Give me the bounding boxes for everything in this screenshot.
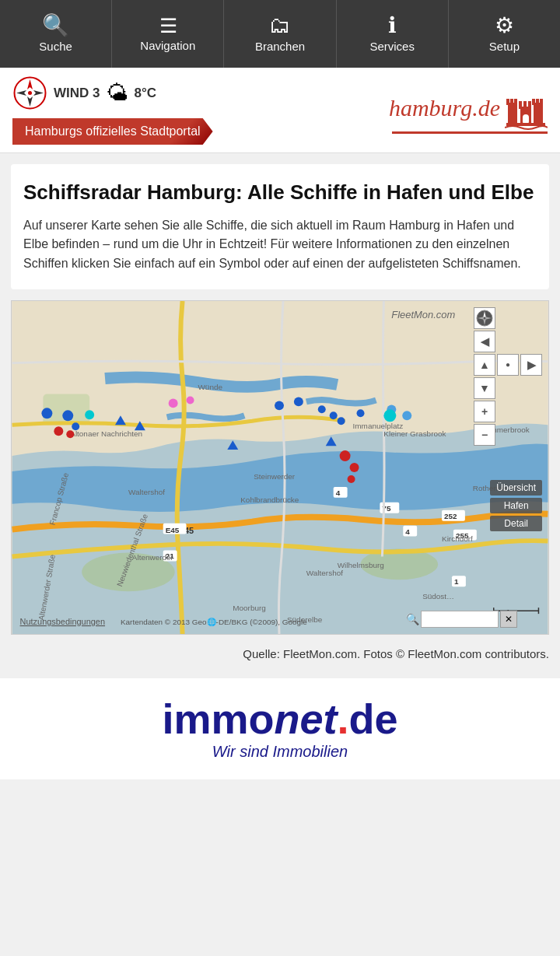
- ad-logo-text-de: de: [349, 695, 398, 742]
- nav-item-navigation[interactable]: ☰ Navigation: [112, 0, 224, 68]
- map-pan-up-btn[interactable]: ▲: [474, 354, 495, 376]
- map-zoom-out-btn[interactable]: −: [474, 424, 495, 446]
- map-search-magnifier-icon: 🔍: [406, 613, 419, 625]
- svg-point-77: [66, 430, 74, 438]
- map-search-bar: 🔍 ✕: [406, 611, 517, 628]
- ad-logo-text-net: net: [274, 695, 337, 742]
- svg-text:Altenwerder: Altenwerder: [132, 553, 174, 562]
- nav-item-suche[interactable]: 🔍 Suche: [0, 0, 112, 68]
- temperature: 8°C: [135, 86, 157, 101]
- map-view-hafen[interactable]: Hafen: [490, 498, 542, 513]
- svg-marker-3: [16, 90, 26, 96]
- map-view-buttons: Übersicht Hafen Detail: [490, 480, 542, 531]
- nav-item-services[interactable]: ℹ Services: [337, 0, 449, 68]
- svg-rect-17: [540, 99, 543, 105]
- svg-text:Nutzungsbedingungen: Nutzungsbedingungen: [20, 617, 105, 626]
- nav-label-branchen: Branchen: [255, 40, 305, 53]
- svg-text:FleetMon.com: FleetMon.com: [391, 309, 455, 320]
- svg-point-80: [350, 463, 359, 472]
- article-body: Auf unserer Karte sehen Sie alle Schiffe…: [23, 216, 537, 274]
- svg-marker-4: [33, 90, 44, 96]
- svg-text:Kohlbrandbrücke: Kohlbrandbrücke: [240, 496, 299, 504]
- svg-point-102: [85, 410, 94, 419]
- info-icon: ℹ: [388, 15, 397, 37]
- svg-marker-2: [27, 96, 33, 107]
- hamburg-logo-section: hamburg.de: [389, 87, 548, 134]
- svg-text:252: 252: [444, 512, 457, 520]
- svg-text:Wilhelmsburg: Wilhelmsburg: [338, 561, 384, 569]
- nav-label-setup: Setup: [489, 40, 520, 53]
- ad-banner[interactable]: immonet.de Wir sind Immobilien: [0, 678, 560, 779]
- ad-logo-dot: .: [337, 695, 348, 742]
- source-label: Quelle: FleetMon.com. Fotos © FleetMon.c…: [243, 647, 549, 660]
- ad-slogan: Wir sind Immobilien: [212, 743, 348, 761]
- menu-icon: ☰: [159, 16, 176, 36]
- svg-text:Altonaer Nachrichten: Altonaer Nachrichten: [70, 429, 142, 438]
- ad-logo: immonet.de: [162, 698, 397, 740]
- compass-icon: [475, 309, 494, 327]
- map-view-detail[interactable]: Detail: [490, 516, 542, 531]
- svg-text:Südost…: Südost…: [422, 592, 454, 601]
- map-zoom-in-btn[interactable]: +: [474, 401, 495, 422]
- nav-label-navigation: Navigation: [140, 39, 195, 52]
- nav-item-branchen[interactable]: 🗂 Branchen: [224, 0, 336, 68]
- svg-rect-14: [534, 103, 543, 124]
- svg-text:Kleiner Grasbrook: Kleiner Grasbrook: [383, 429, 446, 438]
- svg-rect-7: [506, 99, 509, 105]
- svg-rect-16: [536, 99, 539, 105]
- map-search-input[interactable]: [421, 611, 499, 628]
- svg-point-103: [383, 409, 396, 422]
- map-view-ubersicht[interactable]: Übersicht: [490, 480, 542, 496]
- svg-point-68: [338, 417, 345, 425]
- nav-label-services: Services: [369, 40, 415, 53]
- map-pan-left-btn[interactable]: ◀: [474, 331, 495, 352]
- wind-label: WIND 3: [54, 86, 100, 101]
- svg-rect-11: [519, 101, 522, 109]
- svg-text:Kartendaten © 2013 Geo🌐-DE/BK: Kartendaten © 2013 Geo🌐-DE/BKG (©2009), …: [121, 617, 307, 627]
- map-center-btn[interactable]: ●: [497, 354, 519, 376]
- svg-point-62: [62, 410, 73, 421]
- svg-text:4: 4: [405, 527, 410, 535]
- svg-rect-9: [514, 99, 517, 105]
- weather-section: WIND 3 🌤 8°C: [12, 75, 213, 110]
- map-compass-btn[interactable]: [474, 307, 495, 329]
- map-pan-right-btn[interactable]: ▶: [520, 354, 542, 376]
- svg-text:Immanuelplatz: Immanuelplatz: [353, 422, 404, 430]
- svg-rect-6: [508, 103, 517, 124]
- map-pan-down-btn[interactable]: ▼: [474, 377, 495, 399]
- svg-point-66: [318, 405, 326, 413]
- svg-point-81: [348, 475, 355, 483]
- svg-text:4: 4: [336, 489, 341, 497]
- svg-rect-15: [532, 99, 535, 105]
- svg-point-63: [72, 422, 79, 430]
- hamburg-castle-icon: [505, 87, 548, 130]
- branchen-icon: 🗂: [269, 15, 291, 37]
- svg-text:1: 1: [454, 577, 459, 586]
- map-search-close-btn[interactable]: ✕: [500, 611, 517, 628]
- svg-text:Moorburg: Moorburg: [233, 604, 266, 612]
- gear-icon: ⚙: [495, 15, 514, 37]
- svg-rect-13: [528, 101, 531, 109]
- hamburg-logo-text: hamburg.de: [389, 95, 500, 121]
- hamburg-underline: [392, 131, 548, 134]
- svg-text:Waltershof: Waltershof: [306, 569, 343, 577]
- svg-point-61: [41, 408, 52, 418]
- nav-item-setup[interactable]: ⚙ Setup: [449, 0, 560, 68]
- map-container[interactable]: E45 E45 252 255 75 4 4 21 1 Altenwerder …: [11, 300, 549, 635]
- weather-cloud-icon: 🌤: [107, 80, 128, 106]
- wind-compass-icon: [12, 75, 47, 110]
- svg-point-5: [28, 91, 32, 95]
- svg-point-110: [187, 396, 194, 404]
- hamburg-header: WIND 3 🌤 8°C Hamburgs offizielles Stadtp…: [0, 68, 560, 153]
- source-text: Quelle: FleetMon.com. Fotos © FleetMon.c…: [0, 641, 560, 671]
- svg-point-69: [357, 409, 365, 417]
- svg-rect-8: [510, 99, 513, 105]
- svg-point-67: [330, 411, 338, 419]
- map-svg: E45 E45 252 255 75 4 4 21 1 Altenwerder …: [12, 301, 548, 634]
- svg-marker-1: [27, 79, 33, 89]
- svg-rect-12: [523, 101, 527, 109]
- map-controls: ◀ ▲ ● ▶ ▼ + −: [474, 307, 542, 446]
- svg-point-64: [275, 401, 284, 410]
- svg-text:Steinwerder: Steinwerder: [254, 472, 296, 481]
- hamburg-logo: hamburg.de: [389, 87, 548, 130]
